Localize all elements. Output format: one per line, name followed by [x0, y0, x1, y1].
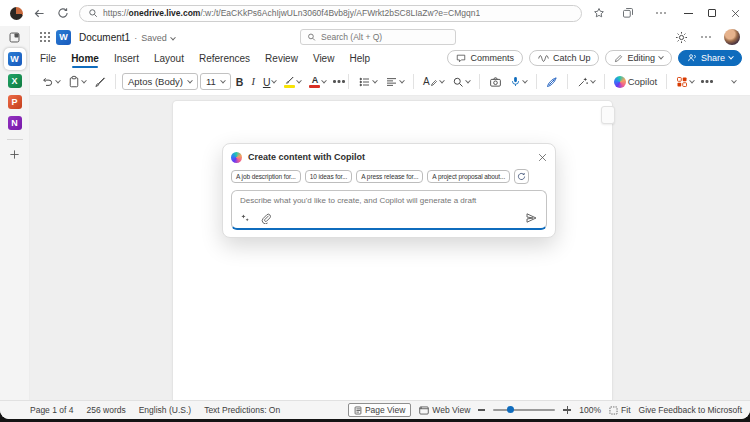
tab-file[interactable]: File	[40, 51, 56, 66]
paste-button[interactable]	[65, 73, 89, 90]
text-predictions-toggle[interactable]: Text Predictions: On	[204, 405, 280, 415]
italic-button[interactable]: I	[248, 75, 258, 89]
rail-item-excel[interactable]: X	[8, 74, 22, 88]
editor-button[interactable]	[543, 74, 561, 90]
copilot-prompt-input[interactable]	[240, 196, 538, 212]
zoom-in-icon[interactable]	[563, 406, 571, 414]
page-indicator[interactable]: Page 1 of 4	[30, 405, 73, 415]
rail-item-onenote[interactable]: N	[8, 116, 22, 130]
ribbon-tab-bar: File Home Insert Layout References Revie…	[30, 48, 750, 68]
header-more-icon[interactable]	[701, 36, 703, 38]
language-indicator[interactable]: English (U.S.)	[139, 405, 191, 415]
tab-references[interactable]: References	[199, 51, 250, 66]
tab-help[interactable]: Help	[349, 51, 370, 66]
suggestion-chip[interactable]: A press release for...	[356, 170, 423, 183]
attach-paperclip-icon[interactable]	[260, 213, 271, 224]
copilot-prompt-box[interactable]	[231, 190, 547, 230]
chevron-down-icon	[590, 77, 596, 83]
feedback-link[interactable]: Give Feedback to Microsoft	[639, 405, 742, 415]
ribbon-collapse-icon[interactable]	[731, 77, 737, 83]
editing-mode-button[interactable]: Editing	[605, 50, 672, 66]
dictate-button[interactable]	[507, 73, 530, 90]
refresh-icon[interactable]	[56, 5, 71, 21]
minimize-icon[interactable]	[684, 13, 693, 14]
font-name-select[interactable]: Aptos (Body)	[122, 73, 198, 90]
screenshot-button[interactable]	[486, 74, 505, 90]
highlight-button[interactable]	[281, 74, 304, 90]
clipboard-icon	[68, 75, 80, 88]
highlighter-icon	[284, 76, 295, 88]
suggestion-chip[interactable]: A project proposal about...	[427, 170, 510, 183]
ribbon-toolbar: Aptos (Body) 11 B I U A	[30, 68, 750, 96]
close-dialog-icon[interactable]	[538, 153, 547, 162]
chevron-down-icon	[81, 77, 87, 83]
user-avatar[interactable]	[724, 29, 740, 45]
more-font-options-icon[interactable]	[333, 80, 336, 83]
app-launcher-icon[interactable]	[40, 32, 42, 34]
format-painter-button[interactable]	[91, 74, 109, 90]
tab-view[interactable]: View	[313, 51, 335, 66]
zoom-slider[interactable]	[493, 409, 555, 411]
maximize-icon[interactable]	[708, 9, 716, 17]
page-view-button[interactable]: Page View	[348, 403, 411, 417]
comments-button[interactable]: Comments	[447, 50, 523, 66]
rail-add-icon[interactable]	[9, 149, 20, 160]
search-input[interactable]	[321, 32, 449, 42]
word-count[interactable]: 256 words	[86, 405, 125, 415]
document-title-group[interactable]: Document1 · Saved	[79, 32, 175, 43]
fit-button[interactable]: Fit	[609, 405, 630, 415]
fit-icon	[609, 406, 618, 415]
m365-home-icon[interactable]	[8, 31, 21, 44]
tab-insert[interactable]: Insert	[114, 51, 139, 66]
catch-up-button[interactable]: Catch Up	[529, 50, 600, 66]
word-logo-icon[interactable]: W	[56, 30, 71, 45]
add-ins-grid-icon	[676, 76, 688, 88]
page-view-icon	[354, 406, 362, 415]
underline-button[interactable]: U	[260, 75, 280, 89]
align-icon	[385, 76, 398, 88]
tab-review[interactable]: Review	[265, 51, 298, 66]
suggestion-chip[interactable]: A job description for...	[231, 170, 301, 183]
favorites-star-icon[interactable]	[591, 5, 607, 21]
search-box[interactable]	[300, 29, 456, 45]
font-size-select[interactable]: 11	[200, 73, 231, 90]
ribbon-more-icon[interactable]	[701, 80, 704, 83]
autoformat-button[interactable]	[574, 74, 598, 90]
browser-more-icon[interactable]	[649, 5, 665, 21]
bullets-button[interactable]	[355, 74, 380, 90]
chevron-down-icon	[55, 77, 61, 83]
send-icon[interactable]	[525, 212, 538, 224]
tab-home[interactable]: Home	[71, 51, 99, 66]
share-button[interactable]: Share	[678, 50, 742, 66]
share-people-icon	[687, 53, 697, 63]
chevron-down-icon	[399, 77, 405, 83]
rail-item-powerpoint[interactable]: P	[8, 95, 22, 109]
add-ins-button[interactable]	[673, 74, 697, 90]
zoom-out-icon[interactable]	[478, 409, 485, 410]
bold-button[interactable]: B	[233, 75, 247, 89]
undo-button[interactable]	[38, 74, 63, 90]
refresh-suggestions-button[interactable]	[514, 169, 529, 184]
close-window-icon[interactable]	[731, 9, 740, 18]
zoom-slider-thumb[interactable]	[507, 406, 514, 413]
web-view-button[interactable]: Web View	[419, 405, 470, 415]
styles-button[interactable]: A	[420, 74, 447, 89]
sparkle-icon[interactable]	[240, 213, 251, 224]
rail-item-word[interactable]: W	[4, 48, 26, 70]
suggestion-chip[interactable]: 10 ideas for...	[305, 170, 353, 183]
zoom-level[interactable]: 100%	[579, 405, 601, 415]
search-icon	[88, 8, 98, 18]
browser-window: https://onedrive.live.com/:w:/t/EaCKkPs6…	[0, 0, 750, 419]
find-button[interactable]	[449, 74, 473, 90]
tab-layout[interactable]: Layout	[154, 51, 184, 66]
font-color-button[interactable]: A	[306, 74, 329, 90]
copilot-button[interactable]: Copilot	[611, 74, 661, 90]
browser-profile-avatar[interactable]	[10, 7, 23, 20]
collections-icon[interactable]	[620, 5, 636, 21]
align-button[interactable]	[382, 74, 407, 90]
comment-hint-tab[interactable]	[601, 106, 615, 124]
address-bar[interactable]: https://onedrive.live.com/:w:/t/EaCKkPs6…	[79, 5, 582, 22]
chevron-down-icon	[439, 77, 445, 83]
settings-gear-icon[interactable]	[675, 31, 688, 44]
back-icon[interactable]	[32, 5, 47, 21]
